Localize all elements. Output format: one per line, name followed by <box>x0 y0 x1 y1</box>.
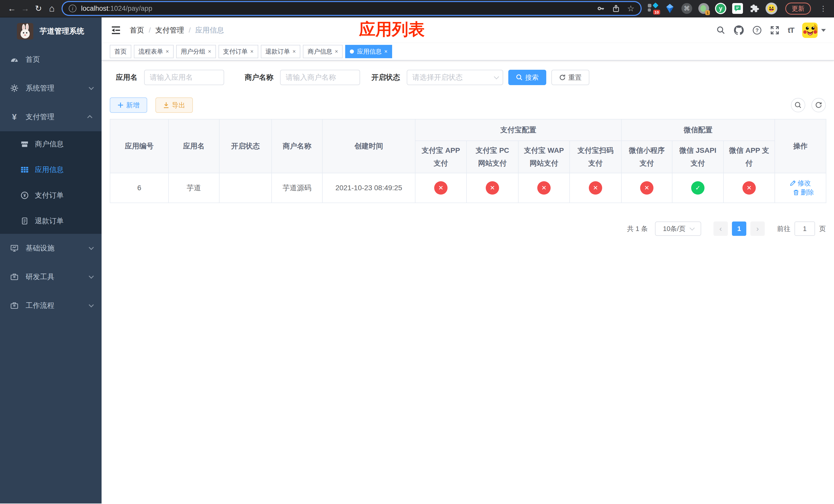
delete-icon <box>793 189 799 196</box>
tab-process-form[interactable]: 流程表单× <box>134 45 174 58</box>
page-size-select[interactable]: 10条/页 <box>655 222 701 236</box>
share-icon[interactable] <box>612 4 620 13</box>
app-window: 芋道管理系统 首页 系统管理 ¥ 支付管理 <box>0 18 834 503</box>
svg-text:?: ? <box>755 27 759 33</box>
extension-command-icon[interactable]: ⌘ <box>681 2 693 15</box>
table-toolbar: 新增 导出 <box>110 97 826 113</box>
browser-toolbar: ← → ↻ ⌂ i localhost:1024/pay/app ☆ 10 <box>0 0 834 18</box>
export-button-label: 导出 <box>172 101 185 110</box>
extension-gem-icon[interactable] <box>664 2 676 15</box>
sidebar-item-merchant-info[interactable]: 商户信息 <box>0 131 102 157</box>
toolbar-right <box>785 98 826 112</box>
close-icon[interactable]: × <box>250 48 254 55</box>
briefcase-icon <box>10 301 19 310</box>
close-icon[interactable]: × <box>335 48 338 55</box>
chevron-down-icon <box>89 245 94 250</box>
browser-back-button[interactable]: ← <box>5 2 19 15</box>
reset-button[interactable]: 重置 <box>551 70 589 85</box>
search-button[interactable]: 搜索 <box>508 70 546 85</box>
next-page-button[interactable]: › <box>750 222 765 236</box>
browser-home-button[interactable]: ⌂ <box>45 2 59 15</box>
breadcrumb-separator: / <box>189 26 191 35</box>
github-icon-button[interactable] <box>734 25 744 35</box>
cell-created: 2021-10-23 08:49:25 <box>322 173 415 203</box>
status-alipay-app-icon: ✕ <box>434 181 447 194</box>
col-wx-app: 微信 APP 支付 <box>723 141 775 173</box>
tab-home[interactable]: 首页 <box>110 45 131 58</box>
edit-link-label: 修改 <box>797 179 811 188</box>
extension-chat-icon[interactable] <box>731 2 744 15</box>
close-icon[interactable]: × <box>166 48 169 55</box>
sidebar-item-system[interactable]: 系统管理 <box>0 74 102 102</box>
browser-forward-button[interactable]: → <box>19 2 32 15</box>
tab-app-info[interactable]: 应用信息× <box>345 45 392 58</box>
dashboard-icon <box>10 55 19 64</box>
close-icon[interactable]: × <box>208 48 211 55</box>
browser-profile-avatar[interactable] <box>765 2 777 15</box>
plus-icon <box>117 102 124 108</box>
sidebar-item-app-info[interactable]: 应用信息 <box>0 157 102 183</box>
prev-page-button[interactable]: ‹ <box>714 222 728 236</box>
search-icon-button[interactable] <box>717 26 725 35</box>
sidebar-item-pay-order[interactable]: ¥ 支付订单 <box>0 183 102 208</box>
extensions-puzzle-icon[interactable] <box>748 2 761 15</box>
bookmark-star-icon[interactable]: ☆ <box>627 4 635 13</box>
col-alipay-qr: 支付宝扫码支付 <box>570 141 621 173</box>
status-wx-app-icon: ✕ <box>743 181 756 194</box>
url-path: :1024/pay/app <box>109 5 152 12</box>
sidebar-item-devtools[interactable]: 研发工具 <box>0 262 102 291</box>
app-title: 芋道管理系统 <box>40 26 84 37</box>
browser-menu-button[interactable]: ⋮ <box>818 4 829 13</box>
edit-link[interactable]: 修改 <box>790 179 811 188</box>
breadcrumb-payment[interactable]: 支付管理 <box>155 25 184 35</box>
tab-refund-order[interactable]: 退款订单× <box>261 45 301 58</box>
page-1-button[interactable]: 1 <box>732 222 746 236</box>
tab-merchant-info[interactable]: 商户信息× <box>303 45 343 58</box>
fullscreen-icon-button[interactable] <box>770 26 779 35</box>
sidebar-item-label: 工作流程 <box>26 301 54 311</box>
sidebar-item-label: 商户信息 <box>35 139 64 149</box>
browser-reload-button[interactable]: ↻ <box>32 2 45 15</box>
monitor-icon <box>10 244 19 252</box>
browser-update-button[interactable]: 更新 <box>785 3 811 15</box>
export-button[interactable]: 导出 <box>155 97 193 113</box>
app-name-input[interactable] <box>144 70 224 85</box>
sidebar-item-label: 首页 <box>26 54 40 64</box>
help-icon-button[interactable]: ? <box>752 26 762 35</box>
breadcrumb-home[interactable]: 首页 <box>130 25 144 35</box>
sidebar-item-workflow[interactable]: 工作流程 <box>0 291 102 320</box>
password-key-icon[interactable] <box>597 4 605 13</box>
refresh-circle-button[interactable] <box>811 98 826 112</box>
col-alipay-wap: 支付宝 WAP 网站支付 <box>518 141 570 173</box>
sidebar-item-infra[interactable]: 基础设施 <box>0 234 102 262</box>
merchant-name-input[interactable] <box>280 70 360 85</box>
extension-yuque-icon[interactable]: y <box>715 2 727 15</box>
goto-input[interactable] <box>794 222 815 236</box>
toggle-search-circle-button[interactable] <box>791 98 805 112</box>
sidebar-item-home[interactable]: 首页 <box>0 45 102 74</box>
tab-pay-order[interactable]: 支付订单× <box>219 45 258 58</box>
topbar-actions: ? tT <box>708 23 826 38</box>
app-table: 应用编号 应用名 开启状态 商户名称 创建时间 支付宝配置 微信配置 操作 支付… <box>110 119 826 203</box>
coin-icon: ¥ <box>21 191 29 200</box>
user-avatar-menu[interactable] <box>802 23 826 38</box>
app-logo-row[interactable]: 芋道管理系统 <box>0 18 102 45</box>
extension-recorder-icon[interactable]: 1 <box>698 2 710 15</box>
sidebar-item-payment[interactable]: ¥ 支付管理 <box>0 102 102 131</box>
delete-link[interactable]: 删除 <box>793 188 814 197</box>
extension-tab-manager-icon[interactable]: 10 <box>647 2 659 15</box>
site-info-icon[interactable]: i <box>69 5 76 12</box>
font-size-icon-button[interactable]: tT <box>788 26 794 35</box>
address-bar[interactable]: i localhost:1024/pay/app ☆ <box>63 2 641 15</box>
sidebar-item-refund-order[interactable]: 退款订单 <box>0 208 102 234</box>
sidebar-toggle-button[interactable] <box>111 26 121 35</box>
briefcase-icon <box>10 273 19 281</box>
close-icon[interactable]: × <box>293 48 296 55</box>
add-button[interactable]: 新增 <box>110 97 147 113</box>
status-select[interactable]: 请选择开启状态 <box>407 70 503 85</box>
yen-icon: ¥ <box>10 113 19 121</box>
page-content: 应用名 商户名称 开启状态 请选择开启状态 搜索 重置 <box>102 61 834 503</box>
tab-user-group[interactable]: 用户分组× <box>176 45 216 58</box>
close-icon[interactable]: × <box>384 48 388 55</box>
col-wx-lite: 微信小程序支付 <box>621 141 672 173</box>
